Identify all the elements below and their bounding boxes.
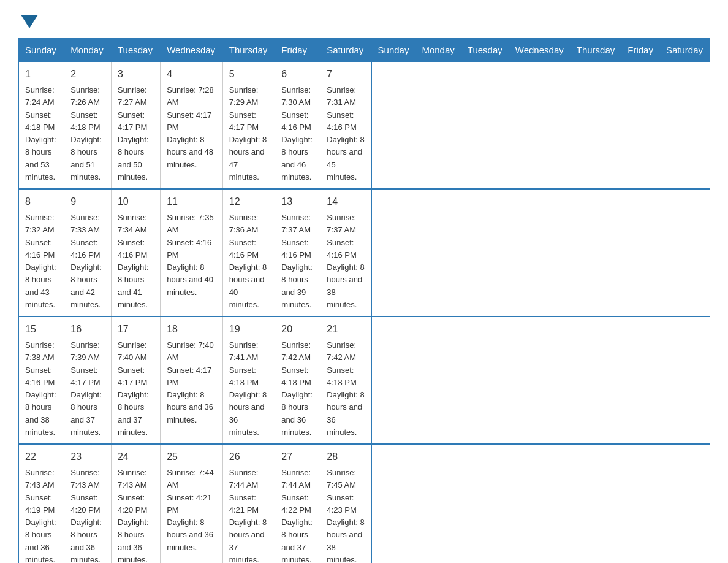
- day-number: 6: [281, 67, 314, 82]
- calendar-week-row: 1 Sunrise: 7:24 AMSunset: 4:18 PMDayligh…: [19, 62, 710, 190]
- day-info: Sunrise: 7:42 AMSunset: 4:18 PMDaylight:…: [327, 340, 364, 437]
- day-number: 24: [118, 450, 154, 464]
- calendar-day-cell: 28 Sunrise: 7:45 AMSunset: 4:23 PMDaylig…: [320, 444, 371, 563]
- calendar-day-cell: 8 Sunrise: 7:32 AMSunset: 4:16 PMDayligh…: [19, 189, 64, 316]
- day-of-week-header: Wednesday: [509, 39, 570, 62]
- day-info: Sunrise: 7:40 AMSunset: 4:17 PMDaylight:…: [118, 340, 149, 437]
- day-info: Sunrise: 7:34 AMSunset: 4:16 PMDaylight:…: [118, 213, 149, 309]
- day-number: 13: [281, 194, 314, 209]
- day-info: Sunrise: 7:41 AMSunset: 4:18 PMDaylight:…: [229, 340, 267, 437]
- day-number: 8: [25, 194, 58, 209]
- day-number: 27: [281, 450, 314, 464]
- day-info: Sunrise: 7:35 AMSunset: 4:16 PMDaylight:…: [167, 213, 214, 297]
- day-number: 1: [25, 67, 58, 82]
- day-number: 10: [118, 194, 154, 209]
- day-number: 4: [167, 67, 216, 82]
- day-info: Sunrise: 7:39 AMSunset: 4:17 PMDaylight:…: [70, 340, 102, 437]
- day-info: Sunrise: 7:31 AMSunset: 4:16 PMDaylight:…: [327, 85, 364, 182]
- calendar-day-cell: 18 Sunrise: 7:40 AMSunset: 4:17 PMDaylig…: [161, 316, 223, 444]
- day-number: 14: [327, 194, 365, 209]
- calendar-day-cell: 14 Sunrise: 7:37 AMSunset: 4:16 PMDaylig…: [320, 189, 371, 316]
- day-number: 19: [229, 322, 269, 337]
- calendar-day-cell: 16 Sunrise: 7:39 AMSunset: 4:17 PMDaylig…: [64, 316, 112, 444]
- logo: [18, 12, 38, 26]
- day-info: Sunrise: 7:43 AMSunset: 4:20 PMDaylight:…: [70, 468, 102, 563]
- day-of-week-header: Friday: [621, 39, 660, 62]
- day-info: Sunrise: 7:30 AMSunset: 4:16 PMDaylight:…: [281, 85, 313, 182]
- day-info: Sunrise: 7:24 AMSunset: 4:18 PMDaylight:…: [25, 85, 56, 182]
- day-of-week-header: Sunday: [19, 39, 64, 62]
- day-info: Sunrise: 7:43 AMSunset: 4:20 PMDaylight:…: [118, 468, 149, 563]
- day-number: 2: [70, 67, 105, 82]
- day-of-week-header: Tuesday: [111, 39, 160, 62]
- calendar-table: SundayMondayTuesdayWednesdayThursdayFrid…: [18, 38, 710, 563]
- calendar-day-cell: 2 Sunrise: 7:26 AMSunset: 4:18 PMDayligh…: [64, 62, 112, 190]
- calendar-day-cell: 17 Sunrise: 7:40 AMSunset: 4:17 PMDaylig…: [111, 316, 160, 444]
- calendar-day-cell: 7 Sunrise: 7:31 AMSunset: 4:16 PMDayligh…: [320, 62, 371, 190]
- day-of-week-header: Thursday: [570, 39, 621, 62]
- day-info: Sunrise: 7:27 AMSunset: 4:17 PMDaylight:…: [118, 85, 149, 182]
- day-number: 7: [327, 67, 365, 82]
- day-of-week-header: Saturday: [659, 39, 709, 62]
- calendar-day-cell: 12 Sunrise: 7:36 AMSunset: 4:16 PMDaylig…: [222, 189, 275, 316]
- calendar-week-row: 15 Sunrise: 7:38 AMSunset: 4:16 PMDaylig…: [19, 316, 710, 444]
- day-info: Sunrise: 7:37 AMSunset: 4:16 PMDaylight:…: [281, 213, 313, 309]
- day-number: 15: [25, 322, 58, 337]
- calendar-day-cell: 19 Sunrise: 7:41 AMSunset: 4:18 PMDaylig…: [222, 316, 275, 444]
- day-number: 9: [70, 194, 105, 209]
- day-number: 25: [167, 450, 216, 464]
- calendar-day-cell: 9 Sunrise: 7:33 AMSunset: 4:16 PMDayligh…: [64, 189, 112, 316]
- day-number: 16: [70, 322, 105, 337]
- calendar-header-row: SundayMondayTuesdayWednesdayThursdayFrid…: [19, 39, 710, 62]
- day-number: 23: [70, 450, 105, 464]
- day-info: Sunrise: 7:45 AMSunset: 4:23 PMDaylight:…: [327, 468, 364, 563]
- day-info: Sunrise: 7:26 AMSunset: 4:18 PMDaylight:…: [70, 85, 102, 182]
- day-number: 17: [118, 322, 154, 337]
- day-number: 5: [229, 67, 269, 82]
- day-info: Sunrise: 7:32 AMSunset: 4:16 PMDaylight:…: [25, 213, 56, 309]
- calendar-week-row: 8 Sunrise: 7:32 AMSunset: 4:16 PMDayligh…: [19, 189, 710, 316]
- day-number: 26: [229, 450, 269, 464]
- day-of-week-header: Monday: [415, 39, 461, 62]
- day-number: 21: [327, 322, 365, 337]
- calendar-week-row: 22 Sunrise: 7:43 AMSunset: 4:19 PMDaylig…: [19, 444, 710, 563]
- calendar-day-cell: 15 Sunrise: 7:38 AMSunset: 4:16 PMDaylig…: [19, 316, 64, 444]
- day-of-week-header: Thursday: [222, 39, 275, 62]
- day-number: 20: [281, 322, 314, 337]
- calendar-day-cell: 13 Sunrise: 7:37 AMSunset: 4:16 PMDaylig…: [275, 189, 320, 316]
- day-number: 11: [167, 194, 216, 209]
- calendar-day-cell: 25 Sunrise: 7:44 AMSunset: 4:21 PMDaylig…: [161, 444, 223, 563]
- calendar-day-cell: 1 Sunrise: 7:24 AMSunset: 4:18 PMDayligh…: [19, 62, 64, 190]
- day-info: Sunrise: 7:33 AMSunset: 4:16 PMDaylight:…: [70, 213, 102, 309]
- day-of-week-header: Monday: [64, 39, 112, 62]
- day-info: Sunrise: 7:36 AMSunset: 4:16 PMDaylight:…: [229, 213, 267, 309]
- day-number: 22: [25, 450, 58, 464]
- calendar-day-cell: 20 Sunrise: 7:42 AMSunset: 4:18 PMDaylig…: [275, 316, 320, 444]
- day-info: Sunrise: 7:29 AMSunset: 4:17 PMDaylight:…: [229, 85, 267, 182]
- day-info: Sunrise: 7:44 AMSunset: 4:21 PMDaylight:…: [167, 468, 214, 552]
- calendar-day-cell: 4 Sunrise: 7:28 AMSunset: 4:17 PMDayligh…: [161, 62, 223, 190]
- calendar-day-cell: 10 Sunrise: 7:34 AMSunset: 4:16 PMDaylig…: [111, 189, 160, 316]
- day-info: Sunrise: 7:44 AMSunset: 4:21 PMDaylight:…: [229, 468, 267, 563]
- day-number: 28: [327, 450, 365, 464]
- day-of-week-header: Tuesday: [461, 39, 509, 62]
- day-number: 12: [229, 194, 269, 209]
- page-header: [18, 12, 710, 26]
- day-of-week-header: Sunday: [371, 39, 415, 62]
- day-info: Sunrise: 7:37 AMSunset: 4:16 PMDaylight:…: [327, 213, 364, 309]
- day-info: Sunrise: 7:38 AMSunset: 4:16 PMDaylight:…: [25, 340, 56, 437]
- day-info: Sunrise: 7:42 AMSunset: 4:18 PMDaylight:…: [281, 340, 313, 437]
- day-info: Sunrise: 7:43 AMSunset: 4:19 PMDaylight:…: [25, 468, 56, 563]
- calendar-day-cell: 21 Sunrise: 7:42 AMSunset: 4:18 PMDaylig…: [320, 316, 371, 444]
- calendar-day-cell: 23 Sunrise: 7:43 AMSunset: 4:20 PMDaylig…: [64, 444, 112, 563]
- day-of-week-header: Friday: [275, 39, 320, 62]
- logo-triangle-icon: [21, 15, 38, 28]
- day-info: Sunrise: 7:44 AMSunset: 4:22 PMDaylight:…: [281, 468, 313, 563]
- calendar-day-cell: 6 Sunrise: 7:30 AMSunset: 4:16 PMDayligh…: [275, 62, 320, 190]
- day-info: Sunrise: 7:28 AMSunset: 4:17 PMDaylight:…: [167, 85, 214, 169]
- calendar-day-cell: 11 Sunrise: 7:35 AMSunset: 4:16 PMDaylig…: [161, 189, 223, 316]
- calendar-day-cell: 22 Sunrise: 7:43 AMSunset: 4:19 PMDaylig…: [19, 444, 64, 563]
- calendar-day-cell: 26 Sunrise: 7:44 AMSunset: 4:21 PMDaylig…: [222, 444, 275, 563]
- calendar-day-cell: 27 Sunrise: 7:44 AMSunset: 4:22 PMDaylig…: [275, 444, 320, 563]
- calendar-day-cell: 5 Sunrise: 7:29 AMSunset: 4:17 PMDayligh…: [222, 62, 275, 190]
